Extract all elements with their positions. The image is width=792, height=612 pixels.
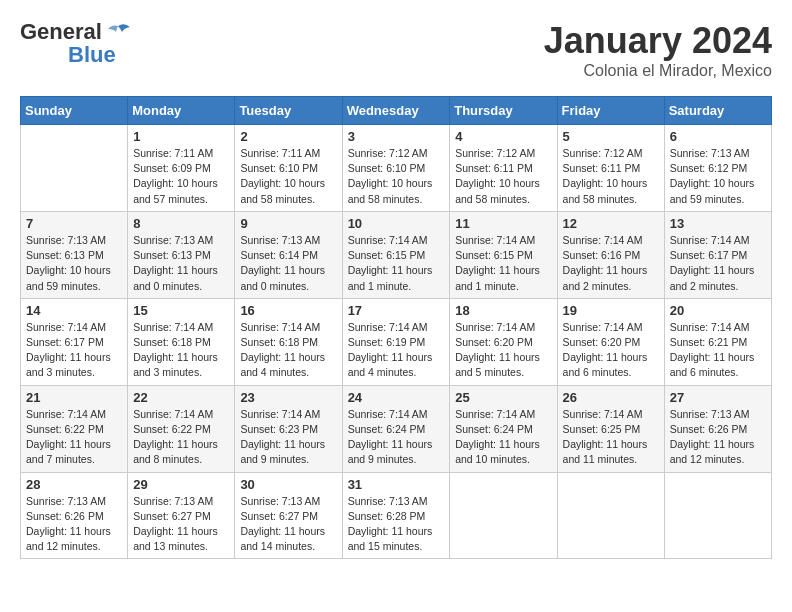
calendar-header: SundayMondayTuesdayWednesdayThursdayFrid… [21,97,772,125]
calendar-cell: 15Sunrise: 7:14 AM Sunset: 6:18 PM Dayli… [128,298,235,385]
day-info: Sunrise: 7:14 AM Sunset: 6:21 PM Dayligh… [670,320,766,381]
calendar-cell: 16Sunrise: 7:14 AM Sunset: 6:18 PM Dayli… [235,298,342,385]
calendar-table: SundayMondayTuesdayWednesdayThursdayFrid… [20,96,772,559]
day-info: Sunrise: 7:14 AM Sunset: 6:19 PM Dayligh… [348,320,445,381]
calendar-cell: 22Sunrise: 7:14 AM Sunset: 6:22 PM Dayli… [128,385,235,472]
day-number: 18 [455,303,551,318]
calendar-cell: 14Sunrise: 7:14 AM Sunset: 6:17 PM Dayli… [21,298,128,385]
day-info: Sunrise: 7:14 AM Sunset: 6:22 PM Dayligh… [133,407,229,468]
calendar-cell: 19Sunrise: 7:14 AM Sunset: 6:20 PM Dayli… [557,298,664,385]
day-number: 3 [348,129,445,144]
day-number: 17 [348,303,445,318]
calendar-cell: 8Sunrise: 7:13 AM Sunset: 6:13 PM Daylig… [128,211,235,298]
day-info: Sunrise: 7:14 AM Sunset: 6:16 PM Dayligh… [563,233,659,294]
logo-bird-icon [104,24,132,42]
weekday-header-friday: Friday [557,97,664,125]
calendar-week-3: 14Sunrise: 7:14 AM Sunset: 6:17 PM Dayli… [21,298,772,385]
day-number: 25 [455,390,551,405]
day-info: Sunrise: 7:13 AM Sunset: 6:26 PM Dayligh… [670,407,766,468]
day-number: 13 [670,216,766,231]
day-number: 5 [563,129,659,144]
day-number: 24 [348,390,445,405]
day-info: Sunrise: 7:14 AM Sunset: 6:17 PM Dayligh… [670,233,766,294]
calendar-cell: 28Sunrise: 7:13 AM Sunset: 6:26 PM Dayli… [21,472,128,559]
day-info: Sunrise: 7:14 AM Sunset: 6:24 PM Dayligh… [455,407,551,468]
day-number: 21 [26,390,122,405]
day-number: 22 [133,390,229,405]
day-number: 7 [26,216,122,231]
weekday-header-sunday: Sunday [21,97,128,125]
calendar-body: 1Sunrise: 7:11 AM Sunset: 6:09 PM Daylig… [21,125,772,559]
calendar-cell: 24Sunrise: 7:14 AM Sunset: 6:24 PM Dayli… [342,385,450,472]
day-number: 8 [133,216,229,231]
day-info: Sunrise: 7:13 AM Sunset: 6:26 PM Dayligh… [26,494,122,555]
day-info: Sunrise: 7:14 AM Sunset: 6:18 PM Dayligh… [133,320,229,381]
day-info: Sunrise: 7:13 AM Sunset: 6:27 PM Dayligh… [240,494,336,555]
day-info: Sunrise: 7:11 AM Sunset: 6:09 PM Dayligh… [133,146,229,207]
calendar-cell: 31Sunrise: 7:13 AM Sunset: 6:28 PM Dayli… [342,472,450,559]
location-subtitle: Colonia el Mirador, Mexico [544,62,772,80]
day-number: 29 [133,477,229,492]
day-number: 4 [455,129,551,144]
calendar-cell [664,472,771,559]
weekday-header-thursday: Thursday [450,97,557,125]
weekday-header-saturday: Saturday [664,97,771,125]
day-number: 15 [133,303,229,318]
day-info: Sunrise: 7:13 AM Sunset: 6:27 PM Dayligh… [133,494,229,555]
day-info: Sunrise: 7:13 AM Sunset: 6:13 PM Dayligh… [26,233,122,294]
calendar-week-5: 28Sunrise: 7:13 AM Sunset: 6:26 PM Dayli… [21,472,772,559]
weekday-header-wednesday: Wednesday [342,97,450,125]
calendar-cell [21,125,128,212]
day-number: 11 [455,216,551,231]
calendar-cell: 9Sunrise: 7:13 AM Sunset: 6:14 PM Daylig… [235,211,342,298]
logo-text: General [20,20,132,44]
day-info: Sunrise: 7:13 AM Sunset: 6:28 PM Dayligh… [348,494,445,555]
calendar-cell: 20Sunrise: 7:14 AM Sunset: 6:21 PM Dayli… [664,298,771,385]
calendar-cell: 21Sunrise: 7:14 AM Sunset: 6:22 PM Dayli… [21,385,128,472]
calendar-cell: 17Sunrise: 7:14 AM Sunset: 6:19 PM Dayli… [342,298,450,385]
calendar-cell: 27Sunrise: 7:13 AM Sunset: 6:26 PM Dayli… [664,385,771,472]
day-info: Sunrise: 7:14 AM Sunset: 6:24 PM Dayligh… [348,407,445,468]
day-number: 19 [563,303,659,318]
calendar-cell: 10Sunrise: 7:14 AM Sunset: 6:15 PM Dayli… [342,211,450,298]
day-info: Sunrise: 7:13 AM Sunset: 6:12 PM Dayligh… [670,146,766,207]
day-info: Sunrise: 7:14 AM Sunset: 6:20 PM Dayligh… [563,320,659,381]
calendar-cell: 29Sunrise: 7:13 AM Sunset: 6:27 PM Dayli… [128,472,235,559]
day-number: 2 [240,129,336,144]
logo: General Blue [20,20,132,68]
day-number: 14 [26,303,122,318]
calendar-cell: 7Sunrise: 7:13 AM Sunset: 6:13 PM Daylig… [21,211,128,298]
calendar-cell: 12Sunrise: 7:14 AM Sunset: 6:16 PM Dayli… [557,211,664,298]
day-number: 23 [240,390,336,405]
calendar-cell: 11Sunrise: 7:14 AM Sunset: 6:15 PM Dayli… [450,211,557,298]
calendar-cell: 4Sunrise: 7:12 AM Sunset: 6:11 PM Daylig… [450,125,557,212]
weekday-header-row: SundayMondayTuesdayWednesdayThursdayFrid… [21,97,772,125]
title-section: January 2024 Colonia el Mirador, Mexico [544,20,772,80]
calendar-cell [450,472,557,559]
day-info: Sunrise: 7:12 AM Sunset: 6:11 PM Dayligh… [455,146,551,207]
day-info: Sunrise: 7:12 AM Sunset: 6:10 PM Dayligh… [348,146,445,207]
day-number: 6 [670,129,766,144]
calendar-cell: 5Sunrise: 7:12 AM Sunset: 6:11 PM Daylig… [557,125,664,212]
calendar-cell: 1Sunrise: 7:11 AM Sunset: 6:09 PM Daylig… [128,125,235,212]
day-info: Sunrise: 7:14 AM Sunset: 6:18 PM Dayligh… [240,320,336,381]
calendar-cell: 3Sunrise: 7:12 AM Sunset: 6:10 PM Daylig… [342,125,450,212]
day-info: Sunrise: 7:14 AM Sunset: 6:17 PM Dayligh… [26,320,122,381]
day-number: 26 [563,390,659,405]
calendar-cell: 18Sunrise: 7:14 AM Sunset: 6:20 PM Dayli… [450,298,557,385]
day-number: 10 [348,216,445,231]
day-info: Sunrise: 7:14 AM Sunset: 6:15 PM Dayligh… [455,233,551,294]
page-header: General Blue January 2024 Colonia el Mir… [20,20,772,80]
logo-general: General [20,19,102,44]
day-number: 27 [670,390,766,405]
day-number: 28 [26,477,122,492]
day-info: Sunrise: 7:14 AM Sunset: 6:25 PM Dayligh… [563,407,659,468]
day-info: Sunrise: 7:14 AM Sunset: 6:22 PM Dayligh… [26,407,122,468]
day-number: 30 [240,477,336,492]
calendar-cell: 30Sunrise: 7:13 AM Sunset: 6:27 PM Dayli… [235,472,342,559]
calendar-week-2: 7Sunrise: 7:13 AM Sunset: 6:13 PM Daylig… [21,211,772,298]
weekday-header-monday: Monday [128,97,235,125]
day-number: 31 [348,477,445,492]
weekday-header-tuesday: Tuesday [235,97,342,125]
month-title: January 2024 [544,20,772,62]
